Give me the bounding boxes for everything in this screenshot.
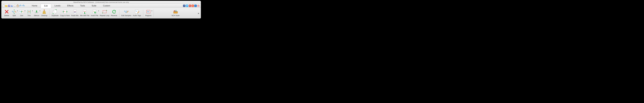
tab-label: Custom [103,5,110,7]
ribbon-group-suite: NCH Suite [154,9,197,18]
tab-label: Suite [92,5,96,7]
ribbon-group-edit-basic: Delete ▼ Split ▼ Join ▼ Trim ▼ Silence [2,9,49,18]
cut-icon[interactable] [11,4,13,7]
redo-icon[interactable] [22,4,24,7]
svg-rect-63 [174,11,178,12]
duplicate-icon [52,9,58,14]
copy-icon[interactable] [14,4,16,7]
svg-rect-4 [9,6,10,6]
duplicate-button[interactable]: Duplicate [51,9,59,17]
audio-tags-icon [134,9,139,14]
ribbon-label: Silence [34,14,40,16]
ribbon-label: NCH Suite [172,14,180,16]
regions-button[interactable]: ▼ Regions [144,9,152,17]
save-icon[interactable] [8,4,10,7]
svg-rect-39 [64,10,66,14]
ribbon-label: Cleanup [41,14,47,16]
app-window: WavePad by NCH Software - (Unlicensed) N… [1,1,201,18]
tab-levels[interactable]: Levels [51,4,64,8]
quick-access-toolbar [2,4,24,7]
twitter-icon[interactable] [186,5,188,7]
repeat-loop-icon [102,10,107,14]
chevron-down-icon: ▼ [151,10,152,12]
ribbon: Delete ▼ Split ▼ Join ▼ Trim ▼ Silence [2,8,201,18]
group-separator [119,10,120,17]
tab-home[interactable]: Home [28,4,41,8]
ribbon-group-regions: ▼ Regions [144,9,153,18]
silence-icon [34,10,39,14]
ribbon-tabs: Home Edit Levels Effects Tools Suite Cus… [28,4,114,8]
ribbon-label: Regions [145,14,152,16]
regions-icon [146,10,151,14]
ribbon-label: Mix with File [80,14,90,16]
ribbon-label: Paste Mix [71,14,78,16]
tab-label: Levels [54,5,60,7]
svg-rect-64 [175,10,175,12]
svg-rect-31 [44,10,44,11]
social-bar: f G+ in [183,5,200,7]
audio-tags-button[interactable]: Audio Tags [132,9,142,17]
tab-effects[interactable]: Effects [64,4,77,8]
split-icon [12,10,17,14]
google-plus-icon[interactable]: G+ [189,5,191,7]
nch-suite-button[interactable]: NCH Suite [171,9,180,17]
ribbon-label: Repeat Loop [100,14,109,16]
split-button[interactable]: ▼ Split [10,9,18,17]
svg-marker-17 [14,10,15,10]
trim-icon [26,10,32,14]
ribbon-label: Insert File [91,14,98,16]
ribbon-overflow-button[interactable]: » [197,12,200,15]
edit-samples-button[interactable]: Edit Samples [121,9,132,17]
stumbleupon-icon[interactable] [192,5,194,7]
insert-file-icon [92,9,97,14]
open-folder-icon[interactable] [5,4,8,7]
paste-icon[interactable] [16,4,19,7]
svg-point-66 [174,10,175,11]
join-button[interactable]: ▼ Join [18,9,25,17]
ribbon-label: Join [20,14,23,16]
svg-marker-51 [106,10,107,11]
silence-button[interactable]: ▼ Silence [33,9,40,17]
cleanup-button[interactable]: Cleanup [40,9,48,17]
toolbox-icon [173,10,178,14]
svg-rect-45 [84,12,85,13]
top-toolbar: Home Edit Levels Effects Tools Suite Cus… [2,4,201,8]
join-icon [19,10,24,14]
ribbon-label: Trim [28,14,31,16]
paste-mix-button[interactable]: Paste Mix [70,9,79,17]
group-separator [154,10,154,17]
ribbon-group-edit-advanced: Edit Samples Audio Tags [120,9,143,18]
tab-tools[interactable]: Tools [77,4,88,8]
mix-with-file-button[interactable]: Mix with File [79,9,90,17]
undo-icon[interactable] [19,4,22,7]
ribbon-label: Edit Samples [122,14,132,16]
facebook-icon[interactable]: f [183,5,185,7]
copy-to-new-button[interactable]: Copy to New [60,9,70,17]
tab-custom[interactable]: Custom [100,4,114,8]
repeat-loop-button[interactable]: Repeat Loop [99,9,110,17]
copy-to-new-icon [62,9,68,14]
linkedin-icon[interactable]: in [194,5,197,7]
delete-button[interactable]: Delete [3,9,10,17]
new-file-icon[interactable] [2,4,5,7]
svg-marker-29 [36,10,37,12]
trim-button[interactable]: ▼ Trim [25,9,33,17]
svg-rect-65 [176,10,176,12]
svg-rect-11 [17,6,18,6]
svg-rect-8 [14,5,16,6]
svg-marker-41 [66,11,68,12]
group-separator [49,10,50,17]
svg-marker-18 [14,14,15,14]
insert-file-button[interactable]: ▼ Insert File [90,9,99,17]
ribbon-label: Delete [4,14,9,16]
svg-rect-3 [9,5,10,6]
ribbon-label: Split [12,14,16,16]
tab-edit[interactable]: Edit [41,4,51,8]
reverse-button[interactable]: Reverse [110,9,118,17]
cleanup-brush-icon [42,9,46,14]
delete-x-icon [4,10,9,14]
help-lifebuoy-icon[interactable] [197,5,200,7]
svg-rect-50 [103,10,106,13]
tab-suite[interactable]: Suite [88,4,100,8]
svg-rect-30 [36,12,37,12]
